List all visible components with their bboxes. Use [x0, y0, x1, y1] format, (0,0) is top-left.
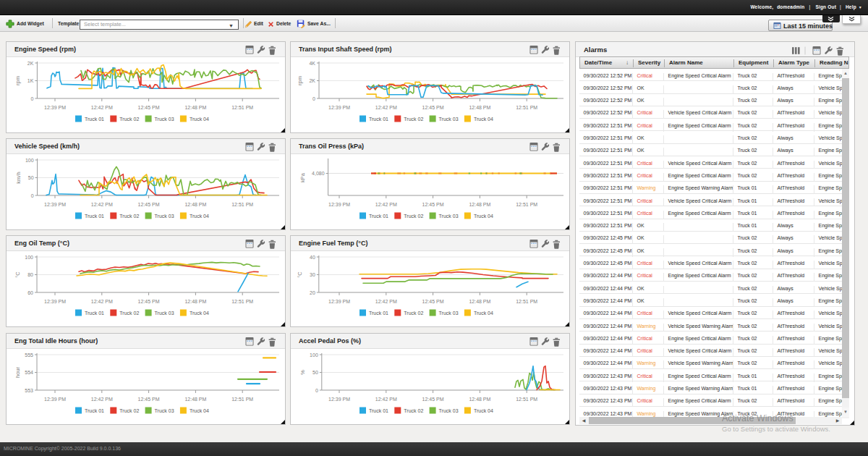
- svg-text:12:48 PM: 12:48 PM: [184, 105, 206, 110]
- svg-text:12:51 PM: 12:51 PM: [516, 397, 537, 402]
- svg-text:12:51 PM: 12:51 PM: [231, 299, 253, 304]
- svg-text:%: %: [299, 370, 306, 375]
- svg-text:rpm: rpm: [297, 76, 303, 85]
- svg-text:Truck 01: Truck 01: [85, 311, 104, 316]
- svg-text:12:51 PM: 12:51 PM: [516, 105, 537, 110]
- svg-text:12:39 PM: 12:39 PM: [328, 299, 350, 304]
- svg-text:12:42 PM: 12:42 PM: [375, 397, 397, 402]
- svg-text:Truck 02: Truck 02: [404, 311, 423, 316]
- svg-text:12:45 PM: 12:45 PM: [422, 105, 444, 110]
- svg-text:Truck 04: Truck 04: [474, 311, 493, 316]
- svg-text:12:51 PM: 12:51 PM: [231, 397, 253, 402]
- svg-text:Truck 02: Truck 02: [404, 408, 423, 413]
- svg-text:12:45 PM: 12:45 PM: [422, 299, 444, 304]
- svg-text:100: 100: [310, 352, 318, 358]
- svg-text:1K: 1K: [27, 78, 34, 83]
- svg-text:kPa: kPa: [299, 172, 306, 182]
- svg-text:12:51 PM: 12:51 PM: [516, 299, 537, 304]
- svg-text:12:45 PM: 12:45 PM: [138, 299, 160, 304]
- svg-text:12:42 PM: 12:42 PM: [375, 299, 397, 304]
- svg-text:12:45 PM: 12:45 PM: [422, 202, 444, 207]
- svg-text:rpm: rpm: [14, 76, 21, 85]
- svg-text:4K: 4K: [309, 61, 315, 66]
- svg-text:12:45 PM: 12:45 PM: [138, 105, 160, 110]
- svg-text:Truck 04: Truck 04: [474, 117, 493, 122]
- svg-text:12:39 PM: 12:39 PM: [44, 397, 66, 402]
- svg-text:Truck 02: Truck 02: [119, 117, 139, 122]
- svg-text:Truck 01: Truck 01: [369, 117, 388, 122]
- svg-text:Truck 04: Truck 04: [190, 408, 209, 413]
- svg-text:12:42 PM: 12:42 PM: [91, 299, 113, 304]
- svg-text:100: 100: [25, 255, 33, 260]
- svg-text:12:51 PM: 12:51 PM: [231, 105, 253, 110]
- svg-text:°C: °C: [14, 271, 21, 278]
- svg-text:12:51 PM: 12:51 PM: [516, 202, 537, 207]
- svg-text:°C: °C: [297, 271, 303, 278]
- svg-text:Truck 03: Truck 03: [155, 408, 174, 413]
- svg-text:12:42 PM: 12:42 PM: [375, 202, 397, 207]
- svg-text:Truck 02: Truck 02: [404, 117, 423, 122]
- svg-text:Truck 04: Truck 04: [190, 117, 209, 122]
- svg-text:0: 0: [315, 388, 318, 393]
- svg-text:12:48 PM: 12:48 PM: [184, 397, 206, 402]
- svg-text:12:42 PM: 12:42 PM: [91, 105, 113, 110]
- svg-text:555: 555: [25, 352, 33, 358]
- svg-text:553: 553: [25, 388, 33, 393]
- svg-text:12:48 PM: 12:48 PM: [469, 202, 490, 207]
- svg-text:Truck 04: Truck 04: [190, 311, 209, 316]
- svg-text:12:42 PM: 12:42 PM: [91, 397, 113, 402]
- svg-text:12:39 PM: 12:39 PM: [44, 202, 66, 207]
- svg-text:12:39 PM: 12:39 PM: [328, 202, 350, 207]
- svg-text:20: 20: [310, 290, 315, 295]
- svg-text:12:45 PM: 12:45 PM: [138, 397, 160, 402]
- svg-text:2K: 2K: [27, 61, 34, 66]
- svg-text:12:39 PM: 12:39 PM: [328, 105, 350, 110]
- svg-text:12:45 PM: 12:45 PM: [422, 397, 444, 402]
- svg-text:Truck 01: Truck 01: [369, 214, 388, 219]
- svg-text:Truck 03: Truck 03: [155, 214, 174, 219]
- svg-text:Truck 02: Truck 02: [119, 311, 139, 316]
- svg-text:Truck 03: Truck 03: [439, 311, 459, 316]
- svg-text:12:48 PM: 12:48 PM: [469, 397, 490, 402]
- svg-text:12:48 PM: 12:48 PM: [184, 202, 206, 207]
- svg-text:4,080: 4,080: [312, 171, 325, 176]
- svg-text:Truck 03: Truck 03: [155, 117, 174, 122]
- svg-text:Truck 03: Truck 03: [439, 214, 459, 219]
- svg-text:50: 50: [312, 370, 318, 375]
- svg-text:Truck 04: Truck 04: [190, 214, 209, 219]
- svg-text:km/h: km/h: [15, 172, 22, 183]
- svg-text:0: 0: [312, 96, 315, 101]
- svg-text:554: 554: [25, 370, 33, 375]
- svg-text:12:51 PM: 12:51 PM: [231, 202, 253, 207]
- svg-text:Truck 04: Truck 04: [474, 408, 493, 413]
- svg-text:Truck 03: Truck 03: [155, 311, 174, 316]
- svg-text:hour: hour: [14, 366, 21, 378]
- svg-text:30: 30: [310, 272, 315, 277]
- svg-text:12:42 PM: 12:42 PM: [91, 202, 113, 207]
- svg-text:Truck 02: Truck 02: [119, 214, 139, 219]
- svg-text:12:48 PM: 12:48 PM: [469, 105, 490, 110]
- svg-text:50: 50: [28, 175, 34, 180]
- svg-text:60: 60: [27, 290, 33, 295]
- svg-text:Truck 01: Truck 01: [85, 408, 104, 413]
- svg-text:12:42 PM: 12:42 PM: [375, 105, 397, 110]
- svg-text:Truck 03: Truck 03: [439, 408, 459, 413]
- svg-text:0: 0: [31, 193, 34, 198]
- svg-text:Truck 02: Truck 02: [119, 408, 139, 413]
- svg-text:Truck 01: Truck 01: [85, 117, 104, 122]
- svg-text:Truck 01: Truck 01: [369, 311, 388, 316]
- svg-text:12:39 PM: 12:39 PM: [44, 105, 66, 110]
- svg-text:12:48 PM: 12:48 PM: [184, 299, 206, 304]
- svg-text:12:39 PM: 12:39 PM: [328, 397, 350, 402]
- svg-text:Truck 01: Truck 01: [85, 214, 104, 219]
- svg-text:12:45 PM: 12:45 PM: [138, 202, 160, 207]
- svg-text:Truck 02: Truck 02: [404, 214, 423, 219]
- svg-text:0: 0: [30, 96, 33, 101]
- svg-text:2K: 2K: [309, 78, 315, 83]
- svg-text:Truck 01: Truck 01: [369, 408, 388, 413]
- svg-text:80: 80: [27, 272, 33, 277]
- svg-text:12:39 PM: 12:39 PM: [44, 299, 66, 304]
- svg-text:12:48 PM: 12:48 PM: [469, 299, 490, 304]
- svg-text:Truck 03: Truck 03: [439, 117, 459, 122]
- svg-text:100: 100: [25, 158, 34, 163]
